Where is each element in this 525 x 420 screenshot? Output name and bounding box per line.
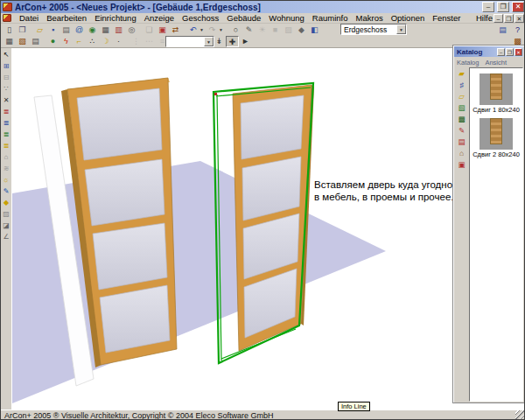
project-info-icon[interactable]: ▤ [496, 24, 509, 36]
katalog-image2-icon[interactable]: ▩ [457, 115, 467, 124]
link-icon[interactable]: @ [73, 24, 86, 36]
view-3d-icon[interactable]: ▧ [16, 36, 29, 47]
move-view-icon[interactable]: ✚ [226, 36, 239, 47]
zoom-icon[interactable]: ○ [229, 24, 242, 36]
layer-blue-icon[interactable]: ≣ [2, 118, 11, 128]
layer-green-icon[interactable]: ≣ [2, 130, 11, 139]
restore-button[interactable]: ❐ [497, 2, 509, 12]
texture-icon[interactable]: ▨ [2, 209, 11, 219]
resize-grip[interactable] [515, 410, 525, 420]
menu-einrichtung[interactable]: Einrichtung [94, 13, 136, 23]
menu-bearbeiten[interactable]: Bearbeiten [46, 13, 87, 23]
floor-combobox[interactable]: Erdgeschoss ▼ [340, 24, 407, 35]
menu-gebaeude[interactable]: Gebäude [227, 13, 261, 23]
print-color-icon[interactable]: ▥ [112, 24, 125, 36]
view-combobox-arrow[interactable]: ▼ [204, 37, 214, 46]
package-icon[interactable]: ▣ [156, 24, 169, 36]
katalog-item[interactable]: Сдвиг 2 80x240 [470, 118, 522, 158]
toggle-view-icon[interactable]: ◧ [308, 24, 321, 36]
delete-icon[interactable]: ✕ [2, 95, 11, 105]
menu-fenster[interactable]: Fenster [432, 13, 460, 23]
print-icon[interactable]: ▦ [99, 24, 112, 36]
mdi-minimize-button[interactable]: – [494, 14, 503, 23]
menu-makros[interactable]: Makros [356, 13, 383, 23]
katalog-fence-icon[interactable]: ♯ [457, 80, 467, 90]
menu-rauminfo[interactable]: Rauminfo [312, 13, 348, 23]
menu-anzeige[interactable]: Anzeige [144, 13, 174, 23]
layer-yellow-icon[interactable]: ≣ [2, 141, 11, 150]
catalog-grid-icon[interactable]: ⊞ [2, 61, 11, 71]
measure-angle-icon[interactable]: ∠ [2, 232, 11, 242]
walk-icon[interactable]: ∴ [86, 36, 99, 47]
roof-icon[interactable]: ⌂ [2, 152, 11, 162]
minimize-button[interactable]: – [482, 2, 494, 12]
katalog-brick-icon[interactable]: ▤ [457, 137, 467, 147]
new-icon[interactable]: ▯ [3, 24, 16, 36]
dot-icon[interactable]: · [112, 36, 125, 47]
katalog-close-button[interactable]: ✕ [514, 48, 522, 56]
lightning-icon[interactable]: ϟ [60, 36, 73, 47]
katalog-menu-katalog[interactable]: Katalog [457, 59, 479, 66]
sun-icon[interactable]: ☀ [256, 24, 269, 36]
katalog-item[interactable]: Сдвиг 1 80x240 [470, 74, 522, 114]
undo-icon[interactable]: ↶ [186, 24, 200, 36]
katalog-menu-ansicht[interactable]: Ansicht [485, 59, 507, 66]
align-left-icon[interactable]: ⋮ [130, 36, 143, 47]
katalog-folder-icon[interactable]: ▰ [457, 69, 467, 79]
save-icon[interactable]: ▪ [46, 24, 60, 36]
snap-icon[interactable]: ∵ [2, 84, 11, 94]
align-center-icon[interactable]: ⋯ [143, 36, 156, 47]
measure-icon[interactable]: ✎ [242, 24, 256, 36]
import-icon[interactable]: ⇄ [169, 24, 182, 36]
katalog-box-icon[interactable]: ▣ [457, 160, 467, 170]
menu-hilfe[interactable]: Hilfe [476, 13, 493, 23]
grid-icon[interactable]: ⊟ [2, 73, 11, 82]
stop-icon[interactable]: ■ [269, 24, 282, 36]
bucket-icon[interactable]: ◆ [2, 198, 11, 207]
menu-wohnung[interactable]: Wohnung [269, 13, 304, 23]
stairs-icon[interactable]: ≋ [2, 164, 11, 173]
internet-icon[interactable]: ◉ [86, 24, 99, 36]
pointer-tool-icon[interactable]: ◆ [295, 24, 308, 36]
katalog-maximize-button[interactable]: ❐ [506, 48, 514, 56]
menu-datei[interactable]: Datei [19, 13, 38, 23]
template-icon[interactable]: ❐ [16, 24, 29, 36]
katalog-item-thumbnail[interactable] [480, 118, 513, 150]
expand-arrow-icon[interactable]: ► [239, 36, 252, 47]
undo-dropdown-arrow[interactable]: ▼ [200, 27, 206, 32]
pencil-icon[interactable]: ✎ [2, 186, 11, 196]
menu-optionen[interactable]: Optionen [391, 13, 425, 23]
3d-scene[interactable] [12, 48, 452, 410]
eraser-icon[interactable]: ◪ [2, 220, 11, 230]
view-plan-icon[interactable]: ▤ [29, 36, 42, 47]
katalog-image-icon[interactable]: ▧ [457, 103, 467, 113]
crane-icon[interactable]: ⌐ [73, 36, 86, 47]
context-help-icon[interactable]: ? [511, 24, 524, 36]
katalog-open-folder-icon[interactable]: ▱ [457, 92, 467, 102]
view-combobox[interactable]: ▼ [165, 36, 214, 47]
katalog-title-bar[interactable]: Katalog – ❐ ✕ [454, 46, 523, 57]
menu-geschoss[interactable]: Geschoss [182, 13, 219, 23]
katalog-paint-icon[interactable]: ✎ [457, 126, 467, 136]
katalog-lamp-icon[interactable]: ⌂ [457, 149, 467, 158]
redo-dropdown-arrow[interactable]: ▼ [219, 27, 225, 32]
select-arrow-icon[interactable]: ↖ [2, 50, 11, 60]
close-button[interactable]: ✕ [512, 2, 524, 12]
katalog-minimize-button[interactable]: – [497, 48, 505, 56]
floor-combobox-arrow[interactable]: ▼ [396, 24, 406, 34]
texture-dim-icon[interactable]: ▨ [282, 24, 295, 36]
redo-icon[interactable]: ↷ [206, 24, 219, 36]
copy-icon[interactable]: ❏ [143, 24, 156, 36]
design-canvas[interactable]: Вставляем дверь куда угодно, в мебель, в… [12, 48, 525, 410]
mdi-close-button[interactable]: ✕ [514, 14, 524, 23]
view-2d-icon[interactable]: ▦ [3, 36, 16, 47]
katalog-item-thumbnail[interactable] [480, 74, 513, 105]
open-icon[interactable]: ▱ [33, 24, 46, 36]
world-icon[interactable]: ● [46, 36, 60, 47]
layer-red-icon[interactable]: ≣ [2, 107, 11, 116]
lamp-icon[interactable]: ☼ [2, 175, 11, 185]
camera-icon[interactable]: ◎ [125, 24, 138, 36]
selection-handle[interactable] [214, 93, 217, 95]
floor-down-icon[interactable]: ↡ [213, 36, 226, 47]
page-settings-icon[interactable]: ▤ [60, 24, 73, 36]
